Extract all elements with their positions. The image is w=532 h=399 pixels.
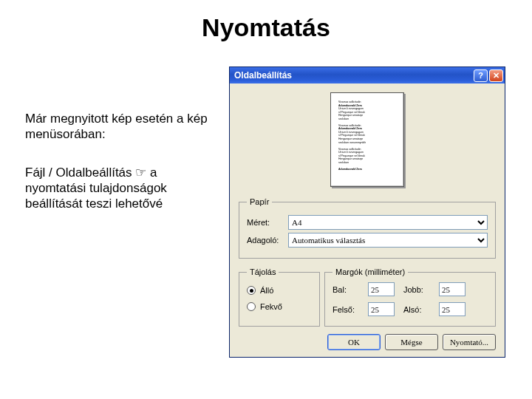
orientation-landscape-label[interactable]: Fekvő: [260, 302, 282, 311]
orientation-landscape-radio[interactable]: [247, 302, 256, 311]
printer-button[interactable]: Nyomtató...: [443, 334, 496, 350]
margin-right-label: Jobb:: [403, 285, 434, 294]
orientation-portrait-radio[interactable]: [247, 286, 256, 295]
slide-para2-pre: Fájl / Oldalbeállítás: [25, 166, 135, 180]
paper-source-select[interactable]: Automatikus választás: [288, 233, 488, 248]
cancel-button[interactable]: Mégse: [385, 334, 438, 350]
margin-left-label: Bal:: [332, 285, 364, 294]
dialog-titlebar[interactable]: Oldalbeállítás ? ✕: [230, 67, 505, 83]
margin-bottom-label: Alsó:: [403, 305, 434, 314]
page-preview: Vivamus sollicitudinAdumducnald ZeraUtri…: [239, 91, 496, 193]
margin-left-input[interactable]: [368, 282, 395, 296]
orientation-group: Tájolás Álló Fekvő: [239, 267, 320, 327]
margin-bottom-input[interactable]: [439, 302, 466, 316]
close-button[interactable]: ✕: [489, 69, 503, 82]
ok-button[interactable]: OK: [327, 334, 381, 350]
pointer-icon: ☞: [135, 166, 146, 180]
margins-group: Margók (milliméter) Bal: Jobb: Felső: Al…: [324, 267, 496, 327]
help-button[interactable]: ?: [474, 69, 488, 82]
paper-size-label: Méret:: [247, 218, 288, 227]
margin-top-label: Felső:: [332, 305, 364, 314]
margin-top-input[interactable]: [368, 302, 395, 316]
slide-title: Nyomtatás: [0, 13, 532, 42]
page-setup-dialog: Oldalbeállítás ? ✕ Vivamus sollicitudinA…: [229, 66, 505, 358]
dialog-title: Oldalbeállítás: [234, 70, 472, 81]
margins-legend: Margók (milliméter): [332, 267, 408, 276]
margin-right-input[interactable]: [439, 282, 466, 296]
page-preview-sheet: Vivamus sollicitudinAdumducnald ZeraUtri…: [330, 92, 404, 187]
orientation-portrait-label[interactable]: Álló: [260, 286, 273, 295]
paper-legend: Papír: [247, 197, 272, 206]
slide-body: Már megnyitott kép esetén a kép menüsorá…: [25, 111, 217, 233]
paper-group: Papír Méret: A4 Adagoló: Automatikus vál…: [239, 197, 496, 259]
slide-paragraph-2: Fájl / Oldalbeállítás ☞ a nyomtatási tul…: [25, 165, 217, 212]
paper-size-select[interactable]: A4: [288, 215, 488, 230]
slide-paragraph-1: Már megnyitott kép esetén a kép menüsorá…: [25, 111, 217, 143]
paper-source-label: Adagoló:: [247, 236, 288, 245]
orientation-legend: Tájolás: [247, 267, 279, 276]
